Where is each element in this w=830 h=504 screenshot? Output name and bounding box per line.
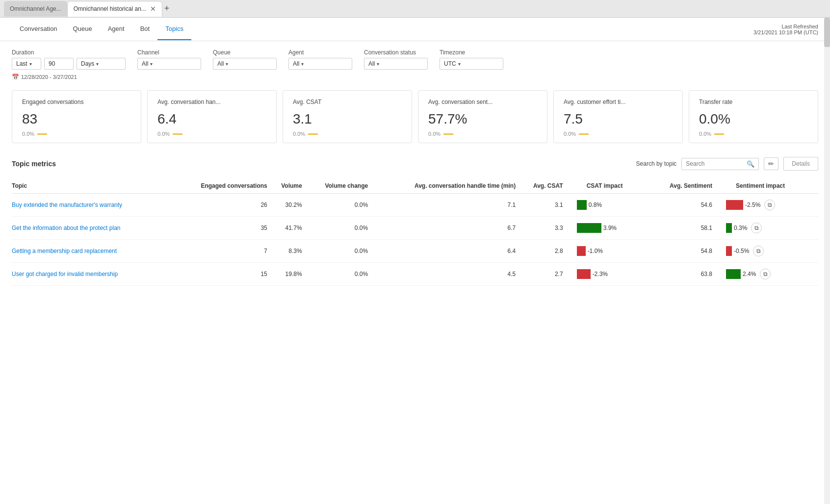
kpi-engaged: Engaged conversations 83 0.0% — [12, 90, 141, 143]
link-button[interactable]: ⧉ — [760, 269, 771, 279]
kpi-handle-time: Avg. conversation han... 6.4 0.0% — [147, 90, 277, 143]
kpi-effort-change: 0.0% — [564, 131, 673, 137]
last-refreshed-value: 3/21/2021 10:18 PM (UTC) — [753, 29, 818, 35]
csat-bar-cell: -1.0% — [577, 246, 647, 256]
csat-bar-negative — [577, 246, 586, 256]
kpi-transfer-title: Transfer rate — [699, 99, 808, 105]
add-tab-button[interactable]: + — [164, 3, 170, 14]
conversation-status-label: Conversation status — [364, 49, 428, 56]
nav-links: Conversation Queue Agent Bot Topics — [12, 18, 191, 40]
sentiment-impact-value: 2.4% — [743, 271, 756, 277]
volume-change-cell: 0.0% — [306, 217, 372, 240]
pencil-button[interactable]: ✏ — [764, 157, 778, 170]
nav-topics[interactable]: Topics — [157, 18, 191, 40]
csat-impact-value: 0.8% — [589, 202, 602, 208]
link-button[interactable]: ⧉ — [764, 200, 775, 210]
kpi-bar-icon — [173, 133, 182, 135]
avg-csat-cell: 2.8 — [519, 240, 567, 263]
chevron-down-icon: ▾ — [377, 61, 379, 67]
table-header-row: Topic Engaged conversations Volume Volum… — [12, 178, 818, 194]
topic-name-cell: Buy extended the manufacturer's warranty — [12, 194, 172, 217]
sentiment-impact-cell: 2.4% ⧉ — [716, 263, 818, 286]
date-range: 📅 12/28/2020 - 3/27/2021 — [0, 72, 830, 84]
sentiment-bar-positive — [726, 269, 741, 279]
topic-name[interactable]: Get the information about the protect pl… — [12, 225, 120, 231]
tab-1[interactable]: Omnichannel Age... — [4, 1, 67, 17]
col-topic: Topic — [12, 178, 172, 194]
app-container: Conversation Queue Agent Bot Topics Last… — [0, 18, 830, 504]
sentiment-impact-cell: -2.5% ⧉ — [716, 194, 818, 217]
avg-sentiment-cell: 54.6 — [651, 194, 716, 217]
duration-select-unit[interactable]: Days ▾ — [77, 58, 126, 70]
kpi-csat-title: Avg. CSAT — [293, 99, 402, 105]
engaged-cell: 35 — [172, 217, 271, 240]
topic-name[interactable]: Buy extended the manufacturer's warranty — [12, 202, 122, 208]
close-icon[interactable]: ✕ — [150, 5, 156, 12]
avg-csat-cell: 2.7 — [519, 263, 567, 286]
volume-change-cell: 0.0% — [306, 263, 372, 286]
topic-name[interactable]: User got charged for invalid membership — [12, 271, 118, 277]
section-title: Topic metrics — [12, 160, 56, 168]
details-button[interactable]: Details — [783, 157, 818, 171]
volume-cell: 8.3% — [271, 240, 306, 263]
col-avg-sentiment: Avg. Sentiment — [651, 178, 716, 194]
kpi-bar-icon — [714, 133, 724, 135]
kpi-csat: Avg. CSAT 3.1 0.0% — [283, 90, 412, 143]
duration-controls: Last ▾ 90 Days ▾ — [12, 58, 126, 70]
search-label: Search by topic — [636, 160, 677, 167]
sentiment-bar-cell: -2.5% ⧉ — [726, 200, 814, 210]
duration-select-days[interactable]: 90 — [44, 58, 74, 70]
kpi-row: Engaged conversations 83 0.0% Avg. conve… — [0, 84, 830, 149]
duration-select-last[interactable]: Last ▾ — [12, 58, 41, 70]
nav-queue[interactable]: Queue — [65, 18, 100, 40]
kpi-transfer: Transfer rate 0.0% 0.0% — [689, 90, 818, 143]
channel-label: Channel — [137, 49, 201, 56]
engaged-cell: 7 — [172, 240, 271, 263]
csat-impact-cell: 0.8% — [567, 194, 651, 217]
nav-bot[interactable]: Bot — [132, 18, 158, 40]
sentiment-bar-negative — [726, 200, 743, 210]
kpi-effort-title: Avg. customer effort ti... — [564, 99, 673, 105]
kpi-engaged-change: 0.0% — [22, 131, 131, 137]
agent-select[interactable]: All ▾ — [288, 58, 352, 70]
scrollbar[interactable] — [824, 18, 830, 504]
link-button[interactable]: ⧉ — [751, 223, 762, 233]
filter-conversation-status: Conversation status All ▾ — [364, 49, 428, 70]
handle-time-cell: 6.7 — [372, 217, 519, 240]
tab-2-label: Omnichannel historical an... — [74, 5, 146, 12]
kpi-csat-change: 0.0% — [293, 131, 402, 137]
volume-change-cell: 0.0% — [306, 240, 372, 263]
csat-impact-value: -2.3% — [593, 271, 608, 277]
volume-change-cell: 0.0% — [306, 194, 372, 217]
topic-name[interactable]: Getting a membership card replacement — [12, 248, 117, 254]
csat-bar-positive — [577, 223, 601, 233]
nav-agent[interactable]: Agent — [100, 18, 132, 40]
timezone-select[interactable]: UTC ▾ — [440, 58, 503, 70]
nav-conversation[interactable]: Conversation — [12, 18, 65, 40]
col-csat-impact: CSAT impact — [567, 178, 651, 194]
avg-sentiment-cell: 63.8 — [651, 263, 716, 286]
csat-impact-cell: 3.9% — [567, 217, 651, 240]
chevron-down-icon: ▾ — [301, 61, 304, 67]
kpi-effort-value: 7.5 — [564, 111, 673, 127]
queue-select[interactable]: All ▾ — [213, 58, 277, 70]
topic-name-cell: User got charged for invalid membership — [12, 263, 172, 286]
avg-sentiment-cell: 58.1 — [651, 217, 716, 240]
topic-name-cell: Getting a membership card replacement — [12, 240, 172, 263]
last-refreshed: Last Refreshed 3/21/2021 10:18 PM (UTC) — [753, 24, 818, 35]
filter-channel: Channel All ▾ — [137, 49, 201, 70]
handle-time-cell: 7.1 — [372, 194, 519, 217]
kpi-sentiment: Avg. conversation sent... 57.7% 0.0% — [418, 90, 547, 143]
channel-select[interactable]: All ▾ — [137, 58, 201, 70]
sentiment-bar-cell: 2.4% ⧉ — [726, 269, 814, 279]
search-input[interactable] — [686, 160, 745, 167]
tab-2[interactable]: Omnichannel historical an... ✕ — [67, 1, 162, 17]
timezone-label: Timezone — [440, 49, 503, 56]
col-volume: Volume — [271, 178, 306, 194]
kpi-bar-icon — [37, 133, 47, 135]
conversation-status-select[interactable]: All ▾ — [364, 58, 428, 70]
scrollbar-thumb[interactable] — [824, 18, 830, 47]
link-button[interactable]: ⧉ — [753, 246, 764, 256]
kpi-engaged-title: Engaged conversations — [22, 99, 131, 105]
date-range-value: 12/28/2020 - 3/27/2021 — [21, 74, 77, 80]
